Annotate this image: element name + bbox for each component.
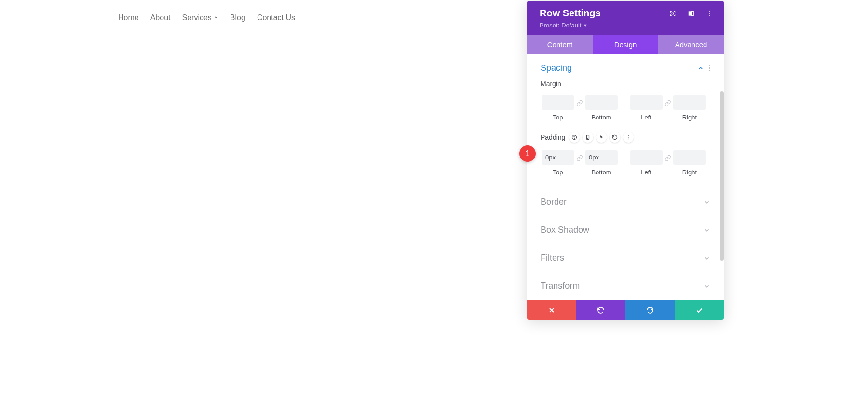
panel-body: Spacing Margin Top bbox=[527, 54, 724, 300]
padding-bottom-label: Bottom bbox=[591, 169, 611, 176]
svg-rect-1 bbox=[689, 11, 691, 15]
panel-title: Row Settings bbox=[540, 8, 601, 19]
nav-about[interactable]: About bbox=[150, 13, 171, 22]
save-button[interactable] bbox=[675, 300, 724, 320]
margin-bottom-label: Bottom bbox=[591, 114, 611, 121]
tab-content[interactable]: Content bbox=[527, 35, 593, 54]
link-icon[interactable] bbox=[574, 100, 585, 116]
svg-point-12 bbox=[628, 139, 629, 140]
phone-icon[interactable] bbox=[583, 132, 593, 143]
tab-design[interactable]: Design bbox=[593, 35, 658, 54]
chevron-down-icon bbox=[704, 255, 710, 262]
snap-left-icon[interactable] bbox=[687, 10, 695, 17]
margin-left-label: Left bbox=[641, 114, 651, 121]
nav-services-label: Services bbox=[182, 13, 212, 22]
hover-icon[interactable] bbox=[596, 132, 607, 143]
svg-point-7 bbox=[574, 138, 575, 139]
annotation-badge-1: 1 bbox=[519, 145, 536, 162]
reset-icon[interactable] bbox=[610, 132, 620, 143]
chevron-down-icon bbox=[704, 227, 710, 234]
section-boxshadow-title: Box Shadow bbox=[541, 225, 589, 235]
section-border: Border bbox=[527, 188, 724, 216]
margin-right-label: Right bbox=[682, 114, 697, 121]
section-transform-header[interactable]: Transform bbox=[527, 272, 724, 300]
tab-advanced[interactable]: Advanced bbox=[658, 35, 724, 54]
margin-left-input[interactable] bbox=[630, 95, 663, 110]
link-icon[interactable] bbox=[663, 155, 673, 171]
nav-blog[interactable]: Blog bbox=[230, 13, 245, 22]
padding-bottom-input[interactable] bbox=[585, 150, 618, 165]
margin-top-label: Top bbox=[553, 114, 563, 121]
preset-label: Preset: bbox=[540, 22, 559, 29]
redo-button[interactable] bbox=[625, 300, 675, 320]
margin-bottom-input[interactable] bbox=[585, 95, 618, 110]
section-spacing-header[interactable]: Spacing bbox=[527, 54, 724, 82]
divider bbox=[624, 93, 624, 113]
undo-button[interactable] bbox=[576, 300, 625, 320]
margin-right-input[interactable] bbox=[673, 95, 706, 110]
padding-right-input[interactable] bbox=[673, 150, 706, 165]
chevron-down-icon bbox=[704, 283, 710, 290]
svg-point-4 bbox=[709, 13, 710, 14]
site-nav: Home About Services Blog Contact Us bbox=[118, 13, 295, 22]
svg-point-9 bbox=[588, 139, 588, 139]
section-boxshadow-header[interactable]: Box Shadow bbox=[527, 216, 724, 244]
more-icon[interactable] bbox=[709, 65, 710, 71]
preset-value: Default bbox=[561, 22, 581, 29]
padding-left-label: Left bbox=[641, 169, 651, 176]
padding-grid: Top Bottom Left bbox=[541, 148, 710, 177]
panel-header: Row Settings Preset: Default ▼ bbox=[527, 1, 724, 35]
caret-down-icon: ▼ bbox=[583, 23, 587, 28]
section-border-header[interactable]: Border bbox=[527, 188, 724, 216]
divider bbox=[624, 148, 624, 168]
chevron-up-icon bbox=[697, 65, 704, 72]
close-button[interactable] bbox=[527, 300, 576, 320]
section-filters-title: Filters bbox=[541, 253, 564, 263]
scrollbar[interactable] bbox=[720, 91, 724, 261]
section-filters-header[interactable]: Filters bbox=[527, 244, 724, 272]
svg-point-5 bbox=[709, 15, 710, 16]
preset-selector[interactable]: Preset: Default ▼ bbox=[540, 22, 716, 29]
margin-label: Margin bbox=[541, 80, 561, 88]
more-icon[interactable] bbox=[623, 132, 634, 143]
help-icon[interactable] bbox=[569, 132, 580, 143]
padding-label: Padding bbox=[541, 133, 565, 141]
padding-top-input[interactable] bbox=[542, 150, 574, 165]
margin-grid: Top Bottom Left bbox=[541, 93, 710, 122]
svg-point-10 bbox=[628, 135, 629, 136]
padding-top-label: Top bbox=[553, 169, 563, 176]
section-filters: Filters bbox=[527, 244, 724, 272]
panel-tabs: Content Design Advanced bbox=[527, 35, 724, 54]
row-settings-panel: Row Settings Preset: Default ▼ Content D… bbox=[527, 1, 724, 320]
section-spacing-title: Spacing bbox=[541, 63, 572, 73]
section-border-title: Border bbox=[541, 197, 567, 207]
nav-services[interactable]: Services bbox=[182, 13, 218, 22]
svg-point-3 bbox=[709, 11, 710, 12]
section-boxshadow: Box Shadow bbox=[527, 216, 724, 244]
link-icon[interactable] bbox=[574, 155, 585, 171]
section-transform-title: Transform bbox=[541, 281, 580, 291]
svg-rect-2 bbox=[692, 11, 694, 15]
svg-point-11 bbox=[628, 137, 629, 138]
panel-footer bbox=[527, 300, 724, 320]
svg-rect-0 bbox=[672, 13, 674, 14]
padding-right-label: Right bbox=[682, 169, 697, 176]
chevron-down-icon bbox=[704, 199, 710, 206]
chevron-down-icon bbox=[214, 15, 218, 21]
more-icon[interactable] bbox=[705, 10, 713, 17]
section-spacing: Spacing Margin Top bbox=[527, 54, 724, 188]
nav-home[interactable]: Home bbox=[118, 13, 139, 22]
section-transform: Transform bbox=[527, 272, 724, 300]
margin-top-input[interactable] bbox=[542, 95, 574, 110]
padding-left-input[interactable] bbox=[630, 150, 663, 165]
expand-icon[interactable] bbox=[669, 10, 677, 17]
link-icon[interactable] bbox=[663, 100, 673, 116]
nav-contact[interactable]: Contact Us bbox=[257, 13, 295, 22]
